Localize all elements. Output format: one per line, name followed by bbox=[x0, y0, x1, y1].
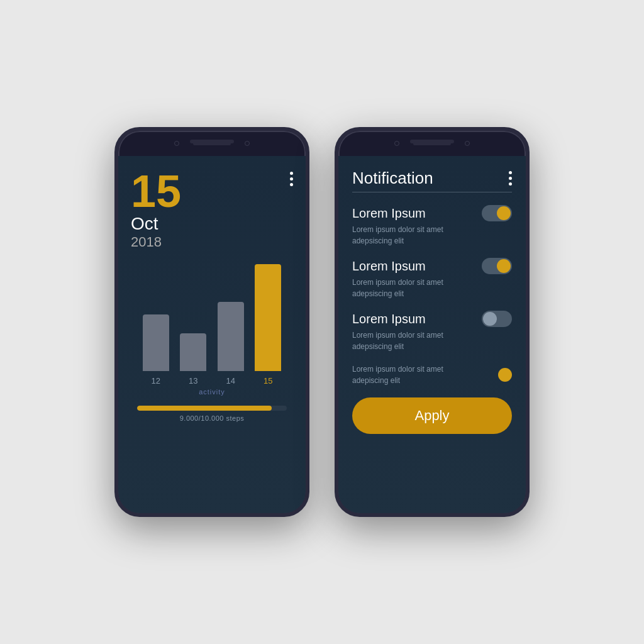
bar-13 bbox=[180, 333, 206, 371]
notif-item-title-1: Lorem Ipsum bbox=[352, 259, 426, 274]
notif-toggle-1[interactable] bbox=[482, 258, 512, 274]
notification-item-3: Lorem ipsum dolor sit ametadepiscing eli… bbox=[352, 364, 512, 386]
date-month: Oct bbox=[131, 214, 293, 234]
bar-label-13: 13 bbox=[189, 376, 197, 386]
progress-bar-bg bbox=[137, 406, 287, 411]
bar-group-12: 12 bbox=[143, 314, 169, 386]
menu-dot-1 bbox=[290, 172, 293, 175]
bar-15 bbox=[255, 264, 281, 371]
phone2-camera-dot-left bbox=[394, 141, 399, 146]
notification-item-0: Lorem Ipsum Lorem ipsum dolor sit ametad… bbox=[352, 205, 512, 247]
notif-item-text-2: Lorem ipsum dolor sit ametadepsiscing el… bbox=[352, 330, 512, 352]
toggle-knob-1 bbox=[497, 259, 511, 273]
phone1-cameras bbox=[174, 141, 250, 146]
date-year: 2018 bbox=[131, 234, 293, 250]
activity-label: activity bbox=[131, 388, 293, 396]
phone2-camera-dot-right bbox=[465, 141, 470, 146]
notif-toggle-2[interactable] bbox=[482, 311, 512, 327]
phone2-menu-dot-3 bbox=[509, 182, 512, 186]
phone2-cameras bbox=[394, 141, 470, 146]
toggle-knob-0 bbox=[497, 206, 511, 220]
progress-section: 9.000/10.000 steps bbox=[131, 406, 293, 422]
notif-item-title-2: Lorem Ipsum bbox=[352, 312, 426, 326]
notification-item-2: Lorem Ipsum Lorem ipsum dolor sit ametad… bbox=[352, 311, 512, 352]
apply-button[interactable]: Apply bbox=[352, 397, 512, 434]
bar-group-14: 14 bbox=[218, 302, 244, 386]
notif-item-header-0: Lorem Ipsum bbox=[352, 205, 512, 221]
date-section: 15 Oct 2018 bbox=[131, 169, 293, 250]
notif-item-text-0: Lorem ipsum dolor sit ametadepsiscing el… bbox=[352, 224, 512, 247]
chart-area: 12131415 bbox=[131, 260, 293, 386]
phone1-menu-dots[interactable] bbox=[290, 172, 293, 186]
notification-title: Notification bbox=[352, 169, 433, 188]
phone1-screen: 15 Oct 2018 12131415 activity 9.000/10.0… bbox=[118, 156, 306, 513]
phone2-speaker-bar bbox=[413, 142, 451, 145]
notification-item-1: Lorem Ipsum Lorem ipsum dolor sit ametad… bbox=[352, 258, 512, 299]
bar-12 bbox=[143, 314, 169, 371]
date-number: 15 bbox=[131, 169, 293, 214]
notif-toggle-0[interactable] bbox=[482, 205, 512, 221]
notification-header: Notification bbox=[352, 169, 512, 188]
notif-item-title-0: Lorem Ipsum bbox=[352, 206, 426, 221]
toggle-knob-2 bbox=[483, 312, 497, 326]
bar-label-15: 15 bbox=[264, 376, 272, 386]
bar-label-12: 12 bbox=[152, 376, 160, 386]
progress-text: 9.000/10.000 steps bbox=[137, 414, 287, 422]
bar-label-14: 14 bbox=[226, 376, 235, 386]
notification-list: Lorem Ipsum Lorem ipsum dolor sit ametad… bbox=[352, 205, 512, 386]
bar-group-15: 15 bbox=[255, 264, 281, 386]
notif-item-text-1: Lorem ipsum dolor sit ametadepsiscing el… bbox=[352, 277, 512, 299]
camera-dot-left bbox=[174, 141, 179, 146]
speaker-bar bbox=[193, 142, 231, 145]
notif-item-last-3: Lorem ipsum dolor sit ametadepiscing eli… bbox=[352, 364, 512, 386]
phone2-menu-dot-1 bbox=[509, 171, 512, 174]
notif-item-header-2: Lorem Ipsum bbox=[352, 311, 512, 327]
notif-item-header-1: Lorem Ipsum bbox=[352, 258, 512, 274]
notif-item-text-3: Lorem ipsum dolor sit ametadepiscing eli… bbox=[352, 364, 443, 386]
bar-group-13: 13 bbox=[180, 333, 206, 386]
bar-14 bbox=[218, 302, 244, 371]
menu-dot-2 bbox=[290, 177, 293, 180]
menu-dot-3 bbox=[290, 183, 293, 186]
phone2-screen: Notification Lorem Ipsum Lorem ipsum dol… bbox=[338, 156, 526, 513]
phone2-menu-dot-2 bbox=[509, 177, 512, 180]
notif-dot-toggle-3[interactable] bbox=[498, 368, 512, 382]
phone2-menu-dots[interactable] bbox=[509, 171, 512, 186]
camera-dot-right bbox=[245, 141, 250, 146]
phone-2: Notification Lorem Ipsum Lorem ipsum dol… bbox=[335, 127, 530, 517]
phone-1: 15 Oct 2018 12131415 activity 9.000/10.0… bbox=[114, 127, 309, 517]
progress-bar-fill bbox=[137, 406, 272, 411]
notification-divider bbox=[352, 192, 512, 192]
